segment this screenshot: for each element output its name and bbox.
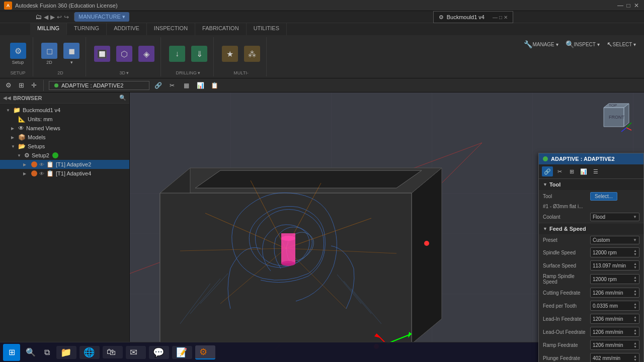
stepper-up-7[interactable]: ▲ xyxy=(633,341,637,345)
select-btn[interactable]: ↖ SELECT ▾ xyxy=(604,39,639,49)
close-btn[interactable]: ✕ xyxy=(633,2,640,9)
toolbar-icon3[interactable]: ▦ xyxy=(181,80,192,91)
tree-item-adaptive2[interactable]: ▶ 👁 📋 [T1] Adaptive2 xyxy=(0,160,129,169)
tree-item-root[interactable]: ▼ 📁 Buckmould1 v4 xyxy=(0,106,129,115)
taskbar-search[interactable]: 🔍 xyxy=(23,345,38,360)
feed-row-stepper-2[interactable]: ▲ ▼ xyxy=(633,276,637,283)
feed-speed-section-header[interactable]: ▼ Feed & Speed xyxy=(539,223,643,234)
stepper-down-3[interactable]: ▼ xyxy=(633,293,637,296)
tool-select-btn[interactable]: Select... xyxy=(590,192,617,201)
taskbar-file-explorer[interactable]: 📁 xyxy=(56,346,76,359)
3d-btn3[interactable]: ◈ xyxy=(136,45,156,63)
stepper-up-3[interactable]: ▲ xyxy=(633,289,637,293)
stepper-down-2[interactable]: ▼ xyxy=(633,279,637,283)
stepper-down-7[interactable]: ▼ xyxy=(633,345,637,348)
feed-row-stepper-5[interactable]: ▲ ▼ xyxy=(633,315,637,322)
3d-btn2[interactable]: ⬡ xyxy=(114,45,134,63)
taskbar-fusion360[interactable]: ⚙ xyxy=(195,345,215,359)
toolbar-icon5[interactable]: 📋 xyxy=(209,80,220,91)
taskbar-browser[interactable]: 🌐 xyxy=(79,346,100,359)
stepper-down-5[interactable]: ▼ xyxy=(633,319,637,322)
feed-row-input-8[interactable]: 402 mm/min ▲ ▼ xyxy=(590,353,639,362)
tree-item-models[interactable]: ▶ 📦 Models xyxy=(0,133,129,142)
start-btn[interactable]: ⊞ xyxy=(3,344,20,361)
toolbar-grid-btn[interactable]: ⊞ xyxy=(16,80,27,91)
dialog-tool-grid[interactable]: ⊞ xyxy=(566,166,577,176)
tab-utilities[interactable]: UTILITIES xyxy=(247,23,287,35)
tab-milling[interactable]: MILLING xyxy=(30,23,67,35)
stepper-up-1[interactable]: ▲ xyxy=(633,262,637,265)
feed-row-stepper-7[interactable]: ▲ ▼ xyxy=(633,341,637,348)
feed-row-input-5[interactable]: 1206 mm/min ▲ ▼ xyxy=(590,314,639,324)
stepper-up-0[interactable]: ▲ xyxy=(633,249,637,252)
feed-row-stepper-1[interactable]: ▲ ▼ xyxy=(633,262,637,269)
2d-btn1[interactable]: ◻ 2D xyxy=(39,42,59,66)
taskbar-skype[interactable]: 💬 xyxy=(149,346,169,359)
browser-search-icon[interactable]: 🔍 xyxy=(119,95,126,101)
stepper-up-5[interactable]: ▲ xyxy=(633,315,637,319)
stepper-up-4[interactable]: ▲ xyxy=(633,302,637,306)
tree-item-setup2[interactable]: ▼ ⚙ Setup2 xyxy=(0,151,129,160)
feed-row-input-0[interactable]: 12000 rpm ▲ ▼ xyxy=(590,247,639,257)
nav-back[interactable]: ◀ xyxy=(44,14,48,21)
toolbar-settings-btn[interactable]: ⚙ xyxy=(3,80,14,91)
manufacture-dropdown[interactable]: MANUFACTURE ▾ xyxy=(74,12,129,22)
minimize-btn[interactable]: — xyxy=(617,2,624,9)
drilling-btn1[interactable]: ↓ xyxy=(167,45,187,63)
browser-collapse-icon[interactable]: ◀◀ xyxy=(3,95,11,101)
feed-row-stepper-6[interactable]: ▲ ▼ xyxy=(633,328,637,335)
tree-item-units[interactable]: 📐 Units: mm xyxy=(0,115,129,124)
inner-minimize[interactable]: — xyxy=(493,15,498,20)
feed-row-input-7[interactable]: 1206 mm/min ▲ ▼ xyxy=(590,340,639,350)
3d-btn1[interactable]: 🔲 xyxy=(92,45,112,63)
stepper-up-2[interactable]: ▲ xyxy=(633,276,637,279)
feed-row-stepper-0[interactable]: ▲ ▼ xyxy=(633,249,637,256)
tab-additive[interactable]: ADDITIVE xyxy=(107,23,147,35)
toolbar-icon4[interactable]: 📊 xyxy=(195,80,206,91)
coolant-select[interactable]: Flood ▼ xyxy=(590,213,639,221)
taskbar-mail[interactable]: ✉ xyxy=(126,346,146,359)
preset-select[interactable]: Custom ▼ xyxy=(590,236,639,244)
feed-row-input-2[interactable]: 12000 rpm ▲ ▼ xyxy=(590,274,639,284)
stepper-down-0[interactable]: ▼ xyxy=(633,252,637,256)
setup-btn[interactable]: ⚙ Setup xyxy=(8,42,28,66)
taskbar-notepad[interactable]: 📝 xyxy=(172,346,192,359)
feed-row-input-3[interactable]: 1206 mm/min ▲ ▼ xyxy=(590,288,639,298)
feed-row-input-6[interactable]: 1206 mm/min ▲ ▼ xyxy=(590,327,639,337)
toolbar-icon1[interactable]: 🔗 xyxy=(152,80,164,91)
stepper-down-1[interactable]: ▼ xyxy=(633,265,637,269)
stepper-down-6[interactable]: ▼ xyxy=(633,332,637,335)
nav-forward[interactable]: ▶ xyxy=(50,14,55,21)
feed-row-stepper-3[interactable]: ▲ ▼ xyxy=(633,289,637,296)
multi-btn2[interactable]: ⁂ xyxy=(242,45,262,63)
stepper-down-4[interactable]: ▼ xyxy=(633,306,637,309)
feed-row-input-4[interactable]: 0.0335 mm ▲ ▼ xyxy=(590,301,639,311)
drilling-btn2[interactable]: ⇓ xyxy=(189,45,209,63)
tab-inspection[interactable]: INSPECTION xyxy=(147,23,195,35)
manage-btn[interactable]: 🔧 MANAGE ▾ xyxy=(521,39,561,49)
multi-btn1[interactable]: ★ xyxy=(220,45,240,63)
stepper-down-8[interactable]: ▼ xyxy=(633,358,637,361)
maximize-btn[interactable]: □ xyxy=(625,2,632,9)
inspect-btn[interactable]: 🔍 INSPECT ▾ xyxy=(562,39,603,49)
2d-btn2[interactable]: ◼ ▾ xyxy=(61,42,82,66)
stepper-up-6[interactable]: ▲ xyxy=(633,328,637,332)
dialog-tool-chart[interactable]: 📊 xyxy=(578,166,589,176)
toolbar-axis-btn[interactable]: ✛ xyxy=(28,80,39,91)
dialog-tool-list[interactable]: ☰ xyxy=(590,166,601,176)
tree-item-named-views[interactable]: ▶ 👁 Named Views xyxy=(0,124,129,133)
undo-btn[interactable]: ↩ xyxy=(57,14,62,21)
taskbar-task-view[interactable]: ⧉ xyxy=(39,345,54,360)
taskbar-store[interactable]: 🛍 xyxy=(103,346,123,358)
dialog-tool-cut[interactable]: ✂ xyxy=(554,166,565,176)
tree-item-setups[interactable]: ▼ 📂 Setups xyxy=(0,142,129,151)
tab-fabrication[interactable]: FABRICATION xyxy=(195,23,247,35)
viewcube[interactable]: FRONT TOP xyxy=(594,98,634,133)
tab-turning[interactable]: TURNING xyxy=(67,23,107,35)
feed-row-input-1[interactable]: 113.097 m/min ▲ ▼ xyxy=(590,260,639,270)
inner-maximize[interactable]: □ xyxy=(499,15,502,20)
redo-btn[interactable]: ↪ xyxy=(64,14,69,21)
tool-section-header[interactable]: ▼ Tool xyxy=(539,179,643,190)
title-bar-controls[interactable]: — □ ✕ xyxy=(617,2,640,9)
tree-item-adaptive4[interactable]: ▶ 👁 📋 [T1] Adaptive4 xyxy=(0,169,129,178)
